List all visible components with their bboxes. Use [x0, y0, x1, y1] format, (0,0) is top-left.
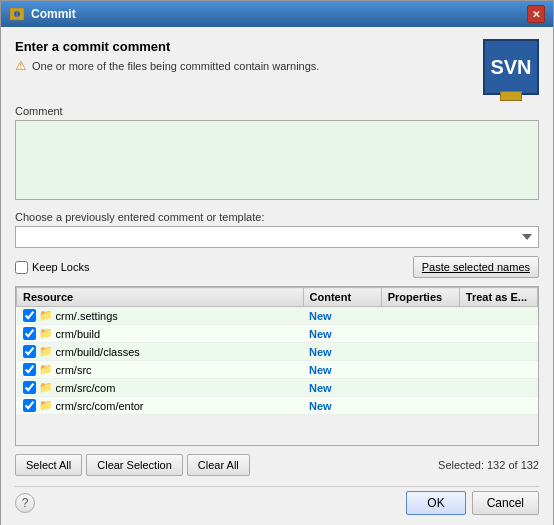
commit-dialog: Commit ✕ Enter a commit comment ⚠ One or… — [0, 0, 554, 525]
file-checkbox-4[interactable] — [23, 381, 36, 394]
paste-selected-names-button[interactable]: Paste selected names — [413, 256, 539, 278]
file-path: crm/.settings — [56, 310, 118, 322]
select-all-button[interactable]: Select All — [15, 454, 82, 476]
table-row: 📁 crm/src/com New — [17, 379, 538, 397]
file-table-container: Resource Content Properties Treat as E..… — [15, 286, 539, 446]
comment-input[interactable] — [15, 120, 539, 200]
file-checkbox-3[interactable] — [23, 363, 36, 376]
folder-icon: 📁 — [39, 399, 53, 412]
file-path: crm/src/com — [56, 382, 116, 394]
file-path: crm/src/com/entor — [56, 400, 144, 412]
template-dropdown[interactable] — [15, 226, 539, 248]
file-properties — [381, 361, 459, 379]
file-row-3: 📁 crm/src — [23, 363, 298, 376]
header-section: Enter a commit comment ⚠ One or more of … — [15, 39, 539, 95]
clear-all-button[interactable]: Clear All — [187, 454, 250, 476]
col-header-content: Content — [303, 288, 381, 307]
file-path: crm/src — [56, 364, 92, 376]
comment-label: Comment — [15, 105, 539, 117]
file-treatas — [459, 397, 537, 415]
dialog-title: Enter a commit comment — [15, 39, 319, 54]
table-row: 📁 crm/build/classes New — [17, 343, 538, 361]
folder-icon: 📁 — [39, 327, 53, 340]
clear-selection-button[interactable]: Clear Selection — [86, 454, 183, 476]
warning-icon: ⚠ — [15, 58, 27, 73]
cancel-button[interactable]: Cancel — [472, 491, 539, 515]
keep-locks-label[interactable]: Keep Locks — [15, 261, 89, 274]
file-content-status: New — [303, 343, 381, 361]
file-path: crm/build — [56, 328, 101, 340]
file-content-status: New — [303, 379, 381, 397]
table-row: 📁 crm/src/com/entor New — [17, 397, 538, 415]
file-properties — [381, 379, 459, 397]
file-row-0: 📁 crm/.settings — [23, 309, 298, 322]
folder-icon: 📁 — [39, 309, 53, 322]
options-row: Keep Locks Paste selected names — [15, 256, 539, 278]
file-content-status: New — [303, 325, 381, 343]
bottom-buttons: Select All Clear Selection Clear All Sel… — [15, 454, 539, 476]
file-table: Resource Content Properties Treat as E..… — [16, 287, 538, 415]
col-header-resource: Resource — [17, 288, 304, 307]
comment-container — [15, 120, 539, 203]
help-button[interactable]: ? — [15, 493, 35, 513]
ok-button[interactable]: OK — [406, 491, 465, 515]
file-properties — [381, 397, 459, 415]
file-path: crm/build/classes — [56, 346, 140, 358]
file-properties — [381, 325, 459, 343]
table-row: 📁 crm/.settings New — [17, 307, 538, 325]
keep-locks-checkbox[interactable] — [15, 261, 28, 274]
file-content-status: New — [303, 361, 381, 379]
folder-icon: 📁 — [39, 381, 53, 394]
action-buttons: ? OK Cancel — [15, 486, 539, 515]
commit-title-icon — [9, 6, 25, 22]
file-treatas — [459, 325, 537, 343]
file-content-status: New — [303, 397, 381, 415]
table-row: 📁 crm/src New — [17, 361, 538, 379]
file-treatas — [459, 307, 537, 325]
svn-logo: SVN — [483, 39, 539, 95]
template-label: Choose a previously entered comment or t… — [15, 211, 539, 223]
file-treatas — [459, 361, 537, 379]
folder-icon: 📁 — [39, 345, 53, 358]
file-checkbox-1[interactable] — [23, 327, 36, 340]
file-row-1: 📁 crm/build — [23, 327, 298, 340]
title-bar: Commit ✕ — [1, 1, 553, 27]
file-treatas — [459, 343, 537, 361]
file-properties — [381, 343, 459, 361]
file-treatas — [459, 379, 537, 397]
warning-text: One or more of the files being committed… — [32, 60, 319, 72]
selected-count: Selected: 132 of 132 — [438, 459, 539, 471]
file-content-status: New — [303, 307, 381, 325]
table-row: 📁 crm/build New — [17, 325, 538, 343]
file-row-2: 📁 crm/build/classes — [23, 345, 298, 358]
title-text: Commit — [31, 7, 76, 21]
folder-icon: 📁 — [39, 363, 53, 376]
file-checkbox-5[interactable] — [23, 399, 36, 412]
file-table-scroll[interactable]: Resource Content Properties Treat as E..… — [16, 287, 538, 445]
file-row-5: 📁 crm/src/com/entor — [23, 399, 298, 412]
file-checkbox-0[interactable] — [23, 309, 36, 322]
col-header-properties: Properties — [381, 288, 459, 307]
close-button[interactable]: ✕ — [527, 5, 545, 23]
file-row-4: 📁 crm/src/com — [23, 381, 298, 394]
col-header-treatas: Treat as E... — [459, 288, 537, 307]
file-properties — [381, 307, 459, 325]
file-checkbox-2[interactable] — [23, 345, 36, 358]
